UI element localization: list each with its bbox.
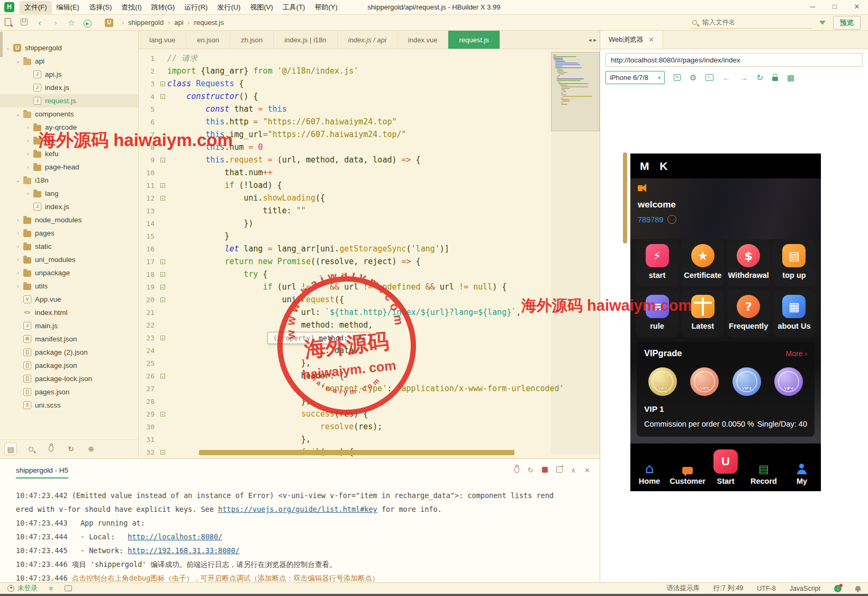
sidebar-scrollbar[interactable] xyxy=(0,32,3,57)
tab-scroll-left-icon[interactable]: ◂ xyxy=(589,37,592,43)
tree-item-app-vue[interactable]: VApp.vue xyxy=(0,293,138,306)
minimap-viewport[interactable] xyxy=(551,52,600,131)
menu-item-运行-r[interactable]: 运行(R) xyxy=(179,1,212,14)
menu-item-帮助-y[interactable]: 帮助(Y) xyxy=(310,1,342,14)
tree-item-index-html[interactable]: <>index.html xyxy=(0,306,138,319)
tree-item-node-modules[interactable]: ›node_modules xyxy=(0,213,138,227)
tree-item-index-js[interactable]: Jindex.js xyxy=(0,81,138,94)
preview-scrollbar[interactable] xyxy=(623,152,627,243)
nav-item-home[interactable]: ⌂Home xyxy=(630,444,668,491)
menu-item-发行-u[interactable]: 发行(U) xyxy=(212,1,245,14)
files-view-icon[interactable]: ▤ xyxy=(4,443,17,455)
console-link[interactable]: https://vuejs.org/guide/list.html#key xyxy=(218,505,377,513)
tree-item-pages[interactable]: ›pages xyxy=(0,227,138,240)
outline-icon[interactable]: ≡ xyxy=(49,585,53,592)
web-view-icon[interactable]: ⊕ xyxy=(85,443,97,455)
app-menu-certificate[interactable]: ★Certificate xyxy=(681,239,724,286)
console-export-icon[interactable] xyxy=(556,466,563,474)
tree-item-manifest-json[interactable]: ⚙manifest.json xyxy=(0,332,138,346)
favorite-button[interactable]: ☆ xyxy=(64,18,79,28)
refresh-icon[interactable]: ↻ xyxy=(756,74,763,82)
console-link[interactable]: http://localhost:8080/ xyxy=(128,532,222,541)
fold-marker-icon[interactable]: - xyxy=(158,331,167,344)
tree-item-utils[interactable]: ›utils xyxy=(0,279,138,293)
tab-scroll-right-icon[interactable]: ▸ xyxy=(593,37,596,43)
menu-item-编辑-e[interactable]: 编辑(E) xyxy=(52,1,84,14)
browser-url-input[interactable] xyxy=(605,53,863,67)
editor-tab-en-json[interactable]: en.json xyxy=(186,31,230,49)
fold-marker-icon[interactable]: - xyxy=(158,408,167,420)
back-button[interactable]: ‹ xyxy=(32,18,48,27)
editor-tab-index-js-i18n[interactable]: index.js | i18n xyxy=(274,31,337,49)
vip-badge-vip3[interactable]: VIP3 xyxy=(733,367,761,396)
tree-item-page-head[interactable]: ›page-head xyxy=(0,160,138,174)
tree-item-unpackage[interactable]: ›unpackage xyxy=(0,266,138,279)
app-menu-frequently[interactable]: ?Frequently xyxy=(727,290,770,337)
device-select[interactable]: iPhone 6/7/8▾ xyxy=(605,71,665,84)
nav-back-icon[interactable]: ← xyxy=(722,74,730,82)
editor-tab-request-js[interactable]: request.js xyxy=(448,31,500,49)
app-menu-withdrawal[interactable]: $Withdrawal xyxy=(727,239,770,286)
browser-tab-close-icon[interactable]: ✕ xyxy=(649,36,654,43)
fold-marker-icon[interactable]: - xyxy=(158,90,167,103)
vip-badge-vip2[interactable]: VIP2 xyxy=(690,367,719,396)
fold-marker-icon[interactable]: - xyxy=(158,77,167,90)
sync-icon[interactable]: ↻ xyxy=(65,443,77,455)
encoding-label[interactable]: UTF-8 xyxy=(757,585,775,592)
tree-item-request-js[interactable]: Jrequest.js xyxy=(0,94,138,107)
menu-item-选择-s[interactable]: 选择(S) xyxy=(84,1,116,14)
fold-marker-icon[interactable]: - xyxy=(158,179,167,192)
tree-item-lang[interactable]: ›lang xyxy=(0,187,138,200)
horizontal-scrollbar[interactable] xyxy=(199,450,514,455)
tree-item-uni-scss[interactable]: Suni.scss xyxy=(0,399,138,412)
breadcrumb-item-request-js[interactable]: request.js xyxy=(194,19,224,26)
user-id-row[interactable]: 789789 xyxy=(638,215,813,224)
menu-item-文件-f[interactable]: 文件(F) xyxy=(20,1,52,14)
editor-tab-zh-json[interactable]: zh.json xyxy=(230,31,274,49)
tree-item-package-json[interactable]: []package.json xyxy=(0,359,138,372)
tree-item-components[interactable]: ⌄components xyxy=(0,107,138,121)
console-tab[interactable]: shippergold - H5 xyxy=(16,466,68,478)
nav-item-customer[interactable]: Customer xyxy=(668,444,707,491)
console-close-icon[interactable]: ✕ xyxy=(584,466,590,474)
menu-item-视图-v[interactable]: 视图(V) xyxy=(245,1,277,14)
tree-item-shippergold[interactable]: ⌄Ushippergold xyxy=(0,41,138,55)
console-collapse-icon[interactable]: ∧ xyxy=(571,466,576,474)
forward-button[interactable]: › xyxy=(48,18,64,27)
tree-item-main-js[interactable]: Jmain.js xyxy=(0,319,138,332)
tree-item-index-js[interactable]: Jindex.js xyxy=(0,200,138,213)
fold-marker-icon[interactable]: - xyxy=(158,293,167,306)
unlock-icon[interactable] xyxy=(772,77,778,81)
minimap[interactable] xyxy=(551,52,600,454)
fold-marker-icon[interactable]: - xyxy=(158,369,167,382)
open-external-icon[interactable] xyxy=(674,74,681,81)
close-button[interactable]: ✕ xyxy=(846,0,868,15)
fold-marker-icon[interactable]: - xyxy=(158,153,167,166)
console-restart-icon[interactable]: ↻ xyxy=(528,466,534,474)
tree-item-pages-json[interactable]: []pages.json xyxy=(0,385,138,399)
fold-marker-icon[interactable]: - xyxy=(158,281,167,293)
nav-forward-icon[interactable]: → xyxy=(739,74,747,82)
menu-item-工具-t[interactable]: 工具(T) xyxy=(278,1,310,14)
run-button[interactable]: ▶ xyxy=(79,17,95,28)
tree-item-api-js[interactable]: Japi.js xyxy=(0,68,138,81)
tree-item-i18n[interactable]: ⌄i18n xyxy=(0,174,138,187)
debug-icon[interactable] xyxy=(44,443,57,455)
file-search-input[interactable] xyxy=(701,18,791,26)
app-menu-about-us[interactable]: ▦about Us xyxy=(773,290,816,337)
filter-icon[interactable] xyxy=(819,21,826,25)
minimize-button[interactable]: ─ xyxy=(801,0,824,15)
tree-item-api[interactable]: ⌄api xyxy=(0,55,138,68)
file-search-box[interactable] xyxy=(690,17,812,29)
bell-icon[interactable] xyxy=(855,586,861,591)
fold-marker-icon[interactable]: - xyxy=(158,192,167,204)
editor-tab-index-js-api[interactable]: index.js / api xyxy=(338,31,397,49)
vip-badge-vip4[interactable]: VIP4 xyxy=(774,367,803,396)
console-stop-icon[interactable] xyxy=(542,466,548,474)
more-link[interactable]: More › xyxy=(786,349,807,358)
fold-marker-icon[interactable]: - xyxy=(158,446,167,458)
console-window-icon[interactable]: >_ xyxy=(706,74,713,81)
nav-item-start[interactable]: UStart xyxy=(707,444,745,491)
cursor-position[interactable]: 行:7 列:49 xyxy=(713,584,743,593)
fold-marker-icon[interactable]: - xyxy=(158,255,167,268)
